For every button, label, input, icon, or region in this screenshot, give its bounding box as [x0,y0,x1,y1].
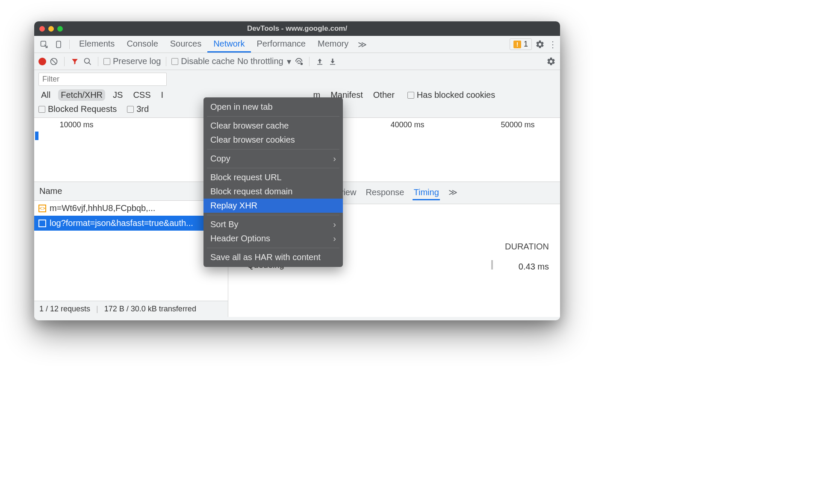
chevron-right-icon: › [333,220,336,229]
clear-icon[interactable] [49,57,59,66]
separator [207,116,339,117]
main-tabs: Elements Console Sources Network Perform… [34,36,560,53]
filter-icon[interactable] [70,58,80,65]
timing-bar-icon [491,260,493,270]
tabs-overflow-icon[interactable]: ≫ [448,185,458,200]
titlebar: DevTools - www.google.com/ [34,21,560,36]
filter-img[interactable]: Img [159,89,164,101]
third-party-label: 3rd [136,104,149,114]
tab-performance[interactable]: Performance [251,36,312,53]
inspect-icon[interactable] [38,39,50,50]
filter-fetch-xhr[interactable]: Fetch/XHR [58,89,105,101]
traffic-lights [39,26,63,32]
separator [98,57,98,66]
svg-point-4 [300,62,303,65]
context-menu: Open in new tab Clear browser cache Clea… [204,97,343,267]
kebab-menu-icon[interactable]: ⋮ [548,39,557,50]
menu-clear-cookies[interactable]: Clear browser cookies [204,133,343,147]
timeline-mark: 50000 ms [481,120,554,129]
maximize-window-button[interactable] [57,26,63,32]
tab-console[interactable]: Console [121,36,164,53]
menu-clear-cache[interactable]: Clear browser cache [204,119,343,133]
tab-elements[interactable]: Elements [73,36,121,53]
menu-header-options[interactable]: Header Options› [204,231,343,246]
menu-open-new-tab[interactable]: Open in new tab [204,100,343,114]
preserve-log-checkbox[interactable]: Preserve log [103,56,161,66]
timeline-mark: 10000 ms [40,120,113,129]
minimize-window-button[interactable] [48,26,54,32]
tab-response[interactable]: Response [365,186,405,200]
svg-point-3 [85,58,90,63]
filter-css[interactable]: CSS [130,89,153,101]
table-row[interactable]: <> m=Wt6vjf,hhhU8,FCpbqb,... [34,201,228,216]
svg-rect-1 [56,41,61,47]
issues-count: 1 [524,40,528,49]
menu-save-har[interactable]: Save all as HAR with content [204,250,343,264]
checkbox-icon [171,58,178,65]
chevron-right-icon: › [333,154,336,164]
filter-other[interactable]: Other [371,89,397,101]
request-name: m=Wt6vjf,hhhU8,FCpbqb,... [50,203,155,213]
third-party-checkbox[interactable]: 3rd [127,104,149,114]
panel-settings-icon[interactable] [546,57,556,66]
checkbox-icon [38,106,45,113]
throttling-select[interactable]: No throttling ▾ [237,56,291,67]
checkbox-icon [127,106,134,113]
separator [207,149,339,149]
has-blocked-cookies-label: Has blocked cookies [417,90,495,100]
devtools-window: DevTools - www.google.com/ Elements Cons… [34,21,560,320]
settings-icon[interactable] [535,40,545,49]
menu-replay-xhr[interactable]: Replay XHR [204,199,343,213]
transferred-size: 172 B / 30.0 kB transferred [104,305,196,314]
separator [309,57,310,66]
close-window-button[interactable] [39,26,45,32]
blocked-requests-label: Blocked Requests [48,104,117,114]
duration-label: DURATION [505,242,549,252]
tab-sources[interactable]: Sources [164,36,207,53]
download-icon[interactable] [327,58,338,65]
throttling-value: No throttling [237,56,283,66]
tab-network[interactable]: Network [207,36,251,53]
timeline-activity-marker [35,132,38,140]
separator [207,248,339,248]
preserve-log-label: Preserve log [113,56,161,66]
disable-cache-label: Disable cache [181,56,235,66]
network-conditions-icon[interactable] [294,57,304,66]
queueing-value: 0.43 ms [519,262,549,271]
chevron-right-icon: › [333,234,336,243]
menu-sort-by[interactable]: Sort By› [204,217,343,231]
column-header-name[interactable]: Name [34,182,228,201]
has-blocked-cookies-checkbox[interactable]: Has blocked cookies [407,90,495,100]
warning-icon: ! [513,41,521,48]
filter-js[interactable]: JS [110,89,125,101]
issues-badge[interactable]: ! 1 [510,38,532,50]
disable-cache-checkbox[interactable]: Disable cache [171,56,235,66]
checkbox-icon [407,92,414,99]
device-toggle-icon[interactable] [53,39,64,50]
tabs-overflow-icon[interactable]: ≫ [358,39,367,50]
request-name: log?format=json&hasfast=true&auth... [50,218,193,228]
filter-input[interactable] [38,73,167,86]
record-button[interactable] [38,58,46,65]
search-icon[interactable] [83,57,93,66]
separator [166,57,166,66]
table-row[interactable]: log?format=json&hasfast=true&auth... [34,216,228,231]
window-title: DevTools - www.google.com/ [34,24,560,33]
menu-block-domain[interactable]: Block request domain [204,185,343,199]
request-count: 1 / 12 requests [39,305,90,314]
blocked-requests-checkbox[interactable]: Blocked Requests [38,104,117,114]
separator [69,40,70,49]
separator [207,215,339,215]
menu-block-url[interactable]: Block request URL [204,170,343,185]
tab-timing[interactable]: Timing [413,186,439,200]
chevron-down-icon: ▾ [287,56,291,67]
filter-all[interactable]: All [38,89,53,101]
checkbox-icon [103,58,110,65]
tab-memory[interactable]: Memory [312,36,354,53]
separator [207,168,339,168]
request-list: Name <> m=Wt6vjf,hhhU8,FCpbqb,... log?fo… [34,182,228,317]
menu-copy[interactable]: Copy› [204,152,343,166]
network-toolbar: Preserve log Disable cache No throttling… [34,53,560,70]
separator [64,57,65,66]
upload-icon[interactable] [315,58,325,65]
